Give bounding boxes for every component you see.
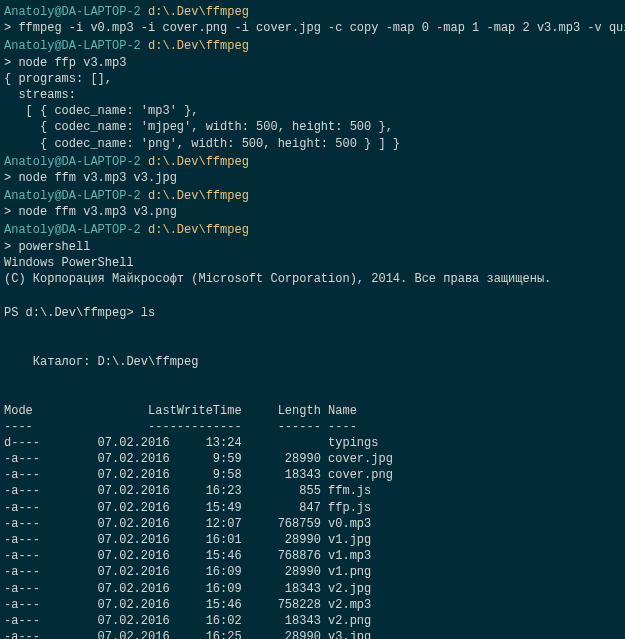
prompt-line: Anatoly@DA-LAPTOP-2 d:\.Dev\ffmpeg [4,222,625,238]
prompt-block-4: Anatoly@DA-LAPTOP-2 d:\.Dev\ffmpeg > nod… [4,188,625,220]
command-powershell[interactable]: > powershell [4,239,625,255]
command-ffmpeg[interactable]: > ffmpeg -i v0.mp3 -i cover.png -i cover… [4,20,625,36]
command-node-ffm-jpg[interactable]: > node ffm v3.mp3 v3.jpg [4,170,625,186]
prompt-user: Anatoly@DA-LAPTOP-2 [4,223,141,237]
table-row: d---- 07.02.2016 13:24 typings [4,435,625,451]
prompt-block-1: Anatoly@DA-LAPTOP-2 d:\.Dev\ffmpeg > ffm… [4,4,625,36]
prompt-block-3: Anatoly@DA-LAPTOP-2 d:\.Dev\ffmpeg > nod… [4,154,625,186]
prompt-path: d:\.Dev\ffmpeg [148,5,249,19]
ps-prompt-ls[interactable]: PS d:\.Dev\ffmpeg> ls [4,305,625,321]
ps-banner-line2: (C) Корпорация Майкрософт (Microsoft Cor… [4,271,625,287]
blank-line [4,322,625,338]
blank-line [4,386,625,402]
table-row: -a--- 07.02.2016 15:49 847 ffp.js [4,500,625,516]
prompt-path: d:\.Dev\ffmpeg [148,189,249,203]
prompt-user: Anatoly@DA-LAPTOP-2 [4,5,141,19]
command-node-ffp[interactable]: > node ffp v3.mp3 [4,55,625,71]
table-row: -a--- 07.02.2016 16:25 28990 v3.jpg [4,629,625,639]
prompt-path: d:\.Dev\ffmpeg [148,223,249,237]
table-row: -a--- 07.02.2016 16:02 18343 v2.png [4,613,625,629]
prompt-block-2: Anatoly@DA-LAPTOP-2 d:\.Dev\ffmpeg > nod… [4,38,625,151]
ps-banner-line1: Windows PowerShell [4,255,625,271]
ps-catalog: Каталог: D:\.Dev\ffmpeg [4,354,625,370]
table-row: -a--- 07.02.2016 16:23 855 ffm.js [4,483,625,499]
output-line: [ { codec_name: 'mp3' }, [4,103,625,119]
table-row: -a--- 07.02.2016 12:07 768759 v0.mp3 [4,516,625,532]
prompt-line: Anatoly@DA-LAPTOP-2 d:\.Dev\ffmpeg [4,188,625,204]
table-row: -a--- 07.02.2016 16:09 18343 v2.jpg [4,581,625,597]
prompt-user: Anatoly@DA-LAPTOP-2 [4,189,141,203]
blank-line [4,370,625,386]
prompt-line: Anatoly@DA-LAPTOP-2 d:\.Dev\ffmpeg [4,154,625,170]
blank-line [4,289,625,305]
table-row: -a--- 07.02.2016 9:59 28990 cover.jpg [4,451,625,467]
ps-table-header: Mode LastWriteTime Length Name [4,403,625,419]
ps-table-body: d---- 07.02.2016 13:24 typings-a--- 07.0… [4,435,625,639]
output-line: { codec_name: 'mjpeg', width: 500, heigh… [4,119,625,135]
prompt-line: Anatoly@DA-LAPTOP-2 d:\.Dev\ffmpeg [4,4,625,20]
output-line: { codec_name: 'png', width: 500, height:… [4,136,625,152]
output-line: { programs: [], [4,71,625,87]
command-node-ffm-png[interactable]: > node ffm v3.mp3 v3.png [4,204,625,220]
prompt-block-5: Anatoly@DA-LAPTOP-2 d:\.Dev\ffmpeg > pow… [4,222,625,287]
output-line: streams: [4,87,625,103]
prompt-path: d:\.Dev\ffmpeg [148,39,249,53]
prompt-user: Anatoly@DA-LAPTOP-2 [4,155,141,169]
table-row: -a--- 07.02.2016 15:46 768876 v1.mp3 [4,548,625,564]
ps-table-divider: ---- ------------- ------ ---- [4,419,625,435]
prompt-line: Anatoly@DA-LAPTOP-2 d:\.Dev\ffmpeg [4,38,625,54]
table-row: -a--- 07.02.2016 16:09 28990 v1.png [4,564,625,580]
blank-line [4,338,625,354]
prompt-path: d:\.Dev\ffmpeg [148,155,249,169]
table-row: -a--- 07.02.2016 16:01 28990 v1.jpg [4,532,625,548]
table-row: -a--- 07.02.2016 9:58 18343 cover.png [4,467,625,483]
table-row: -a--- 07.02.2016 15:46 758228 v2.mp3 [4,597,625,613]
prompt-user: Anatoly@DA-LAPTOP-2 [4,39,141,53]
